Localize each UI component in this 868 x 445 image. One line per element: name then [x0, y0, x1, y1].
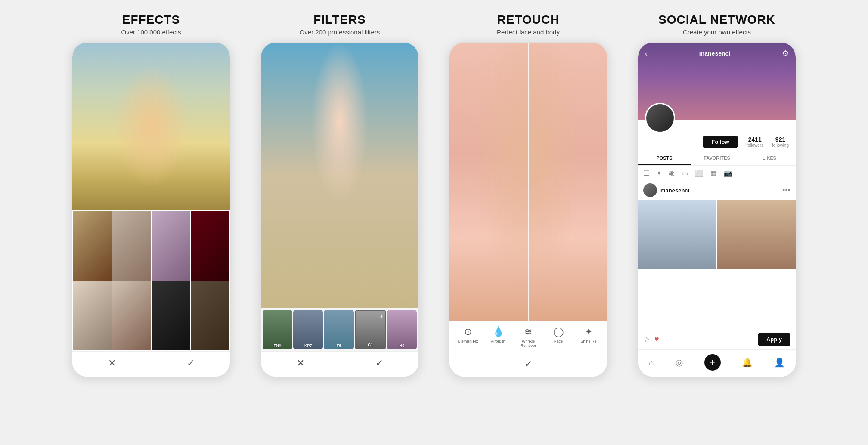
filter-thumb-f6[interactable]: F6	[324, 310, 353, 349]
social-post-image-1	[638, 200, 716, 269]
social-screen: ‹ manesenci ⚙ Follow 2411 followers 921	[638, 43, 796, 377]
retouch-title: RETOUCH	[497, 13, 560, 27]
retouch-tool-shine[interactable]: ✦ Shine Re	[576, 326, 601, 343]
airbrush-icon: 💧	[493, 326, 504, 337]
social-post-images	[638, 200, 796, 329]
following-count: 921	[775, 136, 785, 143]
apply-button[interactable]: Apply	[758, 333, 790, 346]
image-icon[interactable]: ▭	[682, 169, 688, 177]
post-more-icon[interactable]: •••	[782, 186, 790, 195]
effects-main-image	[72, 43, 230, 210]
back-icon[interactable]: ‹	[645, 49, 648, 58]
effects-grid-item[interactable]	[112, 211, 151, 281]
social-profile-avatar	[645, 103, 675, 133]
social-cover-header: ‹ manesenci ⚙	[638, 43, 796, 120]
retouch-confirm-button[interactable]: ✓	[524, 358, 532, 370]
filter-label-f6: F6	[337, 343, 341, 348]
frame-icon[interactable]: ⬜	[695, 169, 704, 177]
followers-count: 2411	[748, 136, 762, 143]
filter-thumb-h0[interactable]: H0	[387, 310, 417, 349]
tab-likes[interactable]: LIKES	[743, 151, 796, 165]
filters-title: FILTERS	[313, 13, 366, 27]
retouch-main-image	[450, 43, 607, 321]
filter-label-h0: H0	[400, 343, 405, 348]
bubble-icon[interactable]: ◉	[669, 169, 675, 177]
effects-grid-item[interactable]	[152, 211, 190, 281]
tab-posts[interactable]: POSTS	[638, 151, 691, 165]
heart-icon[interactable]: ♥	[654, 335, 659, 344]
social-post-actions: ☆ ♥ Apply	[638, 329, 796, 349]
list-view-icon[interactable]: ☰	[643, 169, 649, 177]
effects-confirm-button[interactable]: ✓	[187, 358, 195, 369]
social-post-user-avatar	[643, 183, 657, 197]
filter-thumb-fnx[interactable]: FNX	[263, 310, 292, 349]
social-phone-frame: ‹ manesenci ⚙ Follow 2411 followers 921	[637, 42, 797, 377]
man-photo	[72, 43, 230, 210]
app-container: EFFECTS Over 100,000 effects ✕	[0, 0, 868, 445]
effects-grid-item[interactable]	[191, 211, 229, 281]
filters-subtitle: Over 200 professional filters	[300, 28, 380, 36]
effects-grid-item[interactable]	[152, 281, 190, 351]
sparkle-icon[interactable]: ✦	[656, 169, 662, 177]
effects-subtitle: Over 100,000 effects	[121, 28, 181, 36]
retouch-tool-face[interactable]: ◯ Face	[546, 326, 571, 343]
effects-grid-item[interactable]	[73, 281, 112, 351]
tab-favorites[interactable]: FAVORITES	[691, 151, 743, 165]
bell-nav-icon[interactable]: 🔔	[742, 357, 753, 368]
filter-thumb-g1[interactable]: + G1	[355, 310, 386, 349]
camera-icon[interactable]: 📷	[724, 169, 732, 177]
retouch-tool-wrinkle[interactable]: ≋ WrinkleRemover	[515, 326, 541, 348]
blemish-fix-label: Blemish Fix	[458, 339, 478, 343]
effects-grid-item[interactable]	[191, 281, 229, 351]
face-label: Face	[554, 339, 563, 343]
filters-main-image	[261, 43, 418, 308]
filters-strip: FNX KP7 F6 + G1 H0	[261, 308, 418, 351]
effects-screen: ✕ ✓	[72, 43, 230, 377]
following-label: following	[772, 143, 789, 148]
settings-icon[interactable]: ⚙	[782, 49, 789, 58]
retouch-tools-bar: ⊙ Blemish Fix 💧 Airbrush ≋ WrinkleRemove…	[450, 321, 607, 353]
wrinkle-remover-label: WrinkleRemover	[521, 339, 536, 348]
home-nav-icon[interactable]: ⌂	[649, 358, 654, 368]
filters-cancel-button[interactable]: ✕	[297, 358, 304, 369]
filters-confirm-button[interactable]: ✓	[375, 358, 383, 369]
social-subtitle: Create your own effects	[683, 28, 751, 36]
star-icon[interactable]: ☆	[643, 335, 650, 344]
add-nav-button[interactable]: +	[704, 354, 721, 371]
social-filter-bar: ☰ ✦ ◉ ▭ ⬜ ▦ 📷	[638, 166, 796, 181]
social-post-image-2	[717, 200, 796, 269]
social-panel: SOCIAL NETWORK Create your own effects ‹…	[626, 13, 807, 377]
follow-button[interactable]: Follow	[703, 136, 738, 148]
effects-grid-item[interactable]	[112, 281, 151, 351]
grid-icon[interactable]: ▦	[710, 169, 717, 177]
social-title: SOCIAL NETWORK	[658, 13, 775, 27]
effects-phone-frame: ✕ ✓	[71, 42, 231, 377]
airbrush-label: Airbrush	[491, 339, 505, 343]
retouch-tool-blemish[interactable]: ⊙ Blemish Fix	[455, 326, 481, 343]
retouch-tool-airbrush[interactable]: 💧 Airbrush	[485, 326, 511, 343]
shine-remover-label: Shine Re	[580, 339, 596, 343]
social-bottom-nav: ⌂ ◎ + 🔔 👤	[638, 349, 796, 377]
retouch-screen: ⊙ Blemish Fix 💧 Airbrush ≋ WrinkleRemove…	[450, 43, 607, 377]
woman-photo	[261, 43, 418, 308]
effects-cancel-button[interactable]: ✕	[108, 358, 116, 369]
retouch-phone-frame: ⊙ Blemish Fix 💧 Airbrush ≋ WrinkleRemove…	[449, 42, 608, 377]
social-header-nav: ‹ manesenci ⚙	[638, 43, 796, 58]
compass-nav-icon[interactable]: ◎	[676, 357, 683, 368]
filter-label-kp7: KP7	[304, 343, 312, 348]
effects-grid	[72, 210, 230, 351]
filter-thumb-kp7[interactable]: KP7	[293, 310, 323, 349]
effects-grid-item[interactable]	[73, 211, 112, 281]
filters-actions-bar: ✕ ✓	[261, 351, 418, 377]
blemish-fix-icon: ⊙	[464, 326, 472, 337]
filters-phone-frame: FNX KP7 F6 + G1 H0	[260, 42, 419, 377]
filter-label-g1: G1	[368, 343, 373, 347]
shine-remover-icon: ✦	[585, 326, 592, 337]
retouch-panel: RETOUCH Perfect face and body ⊙ Blemish …	[438, 13, 619, 377]
filters-screen: FNX KP7 F6 + G1 H0	[261, 43, 418, 377]
face-icon: ◯	[553, 326, 564, 337]
profile-nav-icon[interactable]: 👤	[774, 357, 785, 368]
social-post-header: manesenci •••	[638, 181, 796, 200]
retouch-actions-bar: ✓	[450, 353, 607, 377]
filters-panel: FILTERS Over 200 professional filters FN…	[249, 13, 430, 377]
